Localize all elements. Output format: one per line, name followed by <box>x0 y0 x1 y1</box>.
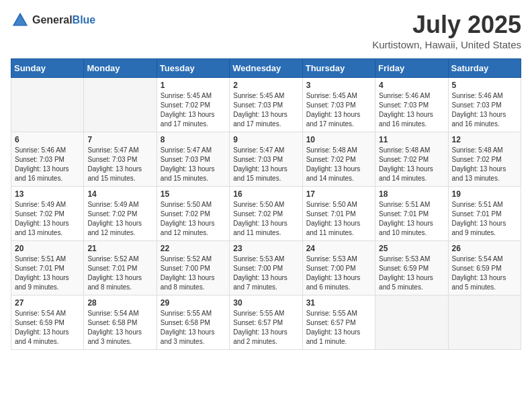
day-number: 8 <box>161 135 226 144</box>
day-info: Sunrise: 5:53 AM Sunset: 6:59 PM Dayligh… <box>379 255 444 292</box>
calendar-cell: 4Sunrise: 5:46 AM Sunset: 7:03 PM Daylig… <box>375 78 448 132</box>
day-number: 2 <box>233 81 298 90</box>
day-number: 30 <box>233 298 298 308</box>
day-info: Sunrise: 5:48 AM Sunset: 7:02 PM Dayligh… <box>452 146 517 183</box>
calendar-week-row: 20Sunrise: 5:51 AM Sunset: 7:01 PM Dayli… <box>11 241 521 295</box>
day-number: 16 <box>233 189 298 199</box>
calendar-cell: 6Sunrise: 5:46 AM Sunset: 7:03 PM Daylig… <box>11 132 84 187</box>
calendar-cell: 17Sunrise: 5:50 AM Sunset: 7:01 PM Dayli… <box>302 187 375 241</box>
day-number: 3 <box>306 81 371 90</box>
day-info: Sunrise: 5:45 AM Sunset: 7:03 PM Dayligh… <box>233 91 298 129</box>
day-info: Sunrise: 5:55 AM Sunset: 6:57 PM Dayligh… <box>233 309 298 347</box>
day-number: 24 <box>306 244 371 253</box>
calendar-cell: 28Sunrise: 5:54 AM Sunset: 6:58 PM Dayli… <box>84 295 157 350</box>
logo: GeneralBlue <box>11 11 95 30</box>
day-info: Sunrise: 5:51 AM Sunset: 7:01 PM Dayligh… <box>452 200 517 238</box>
day-number: 12 <box>452 135 517 144</box>
calendar-cell: 14Sunrise: 5:49 AM Sunset: 7:02 PM Dayli… <box>84 187 157 241</box>
calendar-week-row: 1Sunrise: 5:45 AM Sunset: 7:02 PM Daylig… <box>11 78 521 132</box>
day-info: Sunrise: 5:47 AM Sunset: 7:03 PM Dayligh… <box>233 146 298 183</box>
calendar-cell: 9Sunrise: 5:47 AM Sunset: 7:03 PM Daylig… <box>230 132 302 187</box>
day-info: Sunrise: 5:50 AM Sunset: 7:02 PM Dayligh… <box>233 200 298 238</box>
calendar-cell: 26Sunrise: 5:54 AM Sunset: 6:59 PM Dayli… <box>448 241 521 295</box>
day-number: 1 <box>161 81 226 90</box>
day-number: 10 <box>306 135 371 144</box>
calendar-cell: 25Sunrise: 5:53 AM Sunset: 6:59 PM Dayli… <box>375 241 448 295</box>
day-info: Sunrise: 5:45 AM Sunset: 7:02 PM Dayligh… <box>161 91 226 129</box>
calendar-cell: 11Sunrise: 5:48 AM Sunset: 7:02 PM Dayli… <box>375 132 448 187</box>
day-info: Sunrise: 5:54 AM Sunset: 6:58 PM Dayligh… <box>87 309 152 347</box>
calendar-cell: 22Sunrise: 5:52 AM Sunset: 7:00 PM Dayli… <box>157 241 229 295</box>
day-number: 9 <box>233 135 298 144</box>
weekday-header-sunday: Sunday <box>11 59 84 78</box>
day-info: Sunrise: 5:51 AM Sunset: 7:01 PM Dayligh… <box>379 200 444 238</box>
calendar-cell <box>84 78 157 132</box>
day-info: Sunrise: 5:47 AM Sunset: 7:03 PM Dayligh… <box>87 146 152 183</box>
day-number: 7 <box>87 135 152 144</box>
calendar-cell: 3Sunrise: 5:45 AM Sunset: 7:03 PM Daylig… <box>302 78 375 132</box>
location-subtitle: Kurtistown, Hawaii, United States <box>372 39 521 50</box>
calendar-cell: 21Sunrise: 5:52 AM Sunset: 7:01 PM Dayli… <box>84 241 157 295</box>
day-info: Sunrise: 5:53 AM Sunset: 7:00 PM Dayligh… <box>306 255 371 292</box>
day-info: Sunrise: 5:55 AM Sunset: 6:57 PM Dayligh… <box>306 309 371 347</box>
day-info: Sunrise: 5:54 AM Sunset: 6:59 PM Dayligh… <box>15 309 80 347</box>
day-number: 19 <box>452 189 517 199</box>
day-info: Sunrise: 5:53 AM Sunset: 7:00 PM Dayligh… <box>233 255 298 292</box>
day-number: 13 <box>15 189 80 199</box>
weekday-header-tuesday: Tuesday <box>157 59 229 78</box>
calendar-cell: 7Sunrise: 5:47 AM Sunset: 7:03 PM Daylig… <box>84 132 157 187</box>
weekday-header-wednesday: Wednesday <box>230 59 302 78</box>
calendar-cell: 24Sunrise: 5:53 AM Sunset: 7:00 PM Dayli… <box>302 241 375 295</box>
calendar-cell: 20Sunrise: 5:51 AM Sunset: 7:01 PM Dayli… <box>11 241 84 295</box>
day-number: 28 <box>87 298 152 308</box>
day-info: Sunrise: 5:52 AM Sunset: 7:00 PM Dayligh… <box>161 255 226 292</box>
title-block: July 2025 Kurtistown, Hawaii, United Sta… <box>372 11 521 50</box>
day-number: 5 <box>452 81 517 90</box>
day-number: 25 <box>379 244 444 253</box>
weekday-header-saturday: Saturday <box>448 59 521 78</box>
day-number: 26 <box>452 244 517 253</box>
calendar-cell: 2Sunrise: 5:45 AM Sunset: 7:03 PM Daylig… <box>230 78 302 132</box>
calendar-cell: 10Sunrise: 5:48 AM Sunset: 7:02 PM Dayli… <box>302 132 375 187</box>
day-info: Sunrise: 5:55 AM Sunset: 6:58 PM Dayligh… <box>161 309 226 347</box>
calendar-cell: 27Sunrise: 5:54 AM Sunset: 6:59 PM Dayli… <box>11 295 84 350</box>
day-info: Sunrise: 5:48 AM Sunset: 7:02 PM Dayligh… <box>306 146 371 183</box>
day-number: 23 <box>233 244 298 253</box>
day-info: Sunrise: 5:49 AM Sunset: 7:02 PM Dayligh… <box>87 200 152 238</box>
calendar-cell <box>448 295 521 350</box>
day-number: 29 <box>161 298 226 308</box>
day-number: 20 <box>15 244 80 253</box>
calendar-cell: 13Sunrise: 5:49 AM Sunset: 7:02 PM Dayli… <box>11 187 84 241</box>
day-number: 6 <box>15 135 80 144</box>
day-number: 11 <box>379 135 444 144</box>
calendar-cell: 30Sunrise: 5:55 AM Sunset: 6:57 PM Dayli… <box>230 295 302 350</box>
calendar-week-row: 27Sunrise: 5:54 AM Sunset: 6:59 PM Dayli… <box>11 295 521 350</box>
day-number: 18 <box>379 189 444 199</box>
weekday-header-friday: Friday <box>375 59 448 78</box>
day-number: 27 <box>15 298 80 308</box>
day-number: 31 <box>306 298 371 308</box>
day-number: 17 <box>306 189 371 199</box>
day-info: Sunrise: 5:54 AM Sunset: 6:59 PM Dayligh… <box>452 255 517 292</box>
calendar-cell: 8Sunrise: 5:47 AM Sunset: 7:03 PM Daylig… <box>157 132 229 187</box>
day-info: Sunrise: 5:45 AM Sunset: 7:03 PM Dayligh… <box>306 91 371 129</box>
calendar-week-row: 13Sunrise: 5:49 AM Sunset: 7:02 PM Dayli… <box>11 187 521 241</box>
day-number: 15 <box>161 189 226 199</box>
calendar-cell: 23Sunrise: 5:53 AM Sunset: 7:00 PM Dayli… <box>230 241 302 295</box>
calendar-cell: 29Sunrise: 5:55 AM Sunset: 6:58 PM Dayli… <box>157 295 229 350</box>
calendar-cell: 5Sunrise: 5:46 AM Sunset: 7:03 PM Daylig… <box>448 78 521 132</box>
weekday-header-monday: Monday <box>84 59 157 78</box>
day-info: Sunrise: 5:46 AM Sunset: 7:03 PM Dayligh… <box>15 146 80 183</box>
day-info: Sunrise: 5:50 AM Sunset: 7:01 PM Dayligh… <box>306 200 371 238</box>
calendar-header-row: SundayMondayTuesdayWednesdayThursdayFrid… <box>11 59 521 78</box>
calendar-cell <box>375 295 448 350</box>
day-info: Sunrise: 5:50 AM Sunset: 7:02 PM Dayligh… <box>161 200 226 238</box>
calendar-cell: 19Sunrise: 5:51 AM Sunset: 7:01 PM Dayli… <box>448 187 521 241</box>
day-info: Sunrise: 5:46 AM Sunset: 7:03 PM Dayligh… <box>379 91 444 129</box>
day-info: Sunrise: 5:51 AM Sunset: 7:01 PM Dayligh… <box>15 255 80 292</box>
day-info: Sunrise: 5:48 AM Sunset: 7:02 PM Dayligh… <box>379 146 444 183</box>
weekday-header-thursday: Thursday <box>302 59 375 78</box>
calendar-week-row: 6Sunrise: 5:46 AM Sunset: 7:03 PM Daylig… <box>11 132 521 187</box>
logo-general: General <box>32 14 73 26</box>
logo-blue: Blue <box>73 14 96 26</box>
